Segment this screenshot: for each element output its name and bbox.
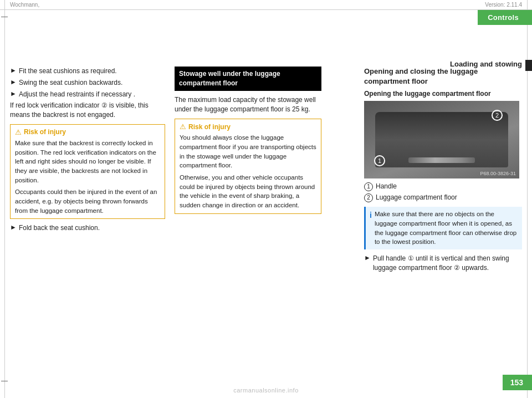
handle-bar-visual xyxy=(408,157,475,163)
fold-arrow: ► xyxy=(10,223,17,231)
legend-num-1: 1 xyxy=(364,182,373,191)
bullet-arrow-2: ► xyxy=(10,78,17,86)
watermark: carmanualsonline.info xyxy=(233,387,299,394)
loading-heading-bar xyxy=(525,60,532,71)
right-sub-heading: Opening the luggage compartment floor xyxy=(364,90,522,98)
legend-text-1: Handle xyxy=(376,182,397,191)
warning-icon-2: ⚠ xyxy=(180,123,186,131)
bullet-arrow-1: ► xyxy=(10,67,17,74)
risk-title-2: ⚠ Risk of injury xyxy=(180,123,316,131)
risk-title-1: ⚠ Risk of injury xyxy=(15,128,160,136)
info-box: i Make sure that there are no objects on… xyxy=(364,207,522,249)
info-text: Make sure that there are no objects on t… xyxy=(375,210,518,247)
bullet-item-2: ► Swing the seat cushion backwards. xyxy=(10,78,165,88)
fold-bullet: ► Fold back the seat cushion. xyxy=(10,223,165,233)
luggage-image: 1 2 P68.00-3826-31 xyxy=(364,101,519,178)
floor-representation xyxy=(375,112,508,167)
left-border-line xyxy=(4,0,5,398)
info-icon: i xyxy=(370,210,372,221)
section-tab: Controls xyxy=(478,10,532,25)
note-text: If red lock verification indicator ② is … xyxy=(10,101,165,120)
bullet-arrow-3: ► xyxy=(10,90,17,98)
stowage-header: Stowage well under the luggage compartme… xyxy=(175,67,321,91)
risk-box-1: ⚠ Risk of injury Make sure that the back… xyxy=(10,124,165,219)
stowage-intro: The maximum load capacity of the stowage… xyxy=(175,95,321,115)
warning-icon-1: ⚠ xyxy=(15,128,22,136)
header-right: Version: 2.11.4 xyxy=(485,2,522,8)
instruction-bullet: ► Pull handle ① until it is vertical and… xyxy=(364,254,522,273)
bullet-text-1: Fit the seat cushions as required. xyxy=(19,67,117,76)
risk-label-1: Risk of injury xyxy=(24,128,66,136)
risk-para-2a: You should always close the luggage comp… xyxy=(180,133,316,170)
fold-text: Fold back the seat cushion. xyxy=(19,223,100,233)
page-number: 153 xyxy=(503,375,532,390)
dash-bottom-left xyxy=(1,381,8,381)
risk-para-1a: Make sure that the backrest is correctly… xyxy=(15,139,160,185)
risk-para-1b: Occupants could then be injured in the e… xyxy=(15,187,160,215)
legend-row-1: 1 Handle xyxy=(364,182,522,191)
risk-label-2: Risk of injury xyxy=(188,123,231,131)
bullet-text-2: Swing the seat cushion backwards. xyxy=(19,78,122,88)
risk-box-2: ⚠ Risk of injury You should always close… xyxy=(175,119,321,213)
bullet-item-3: ► Adjust the head restraints if necessar… xyxy=(10,90,165,99)
legend-num-2: 2 xyxy=(364,193,373,202)
legend-row-2: 2 Luggage compartment floor xyxy=(364,193,522,202)
right-main-heading: Opening and closing the luggage compartm… xyxy=(364,67,522,86)
bullet-text-3: Adjust the head restraints if necessary … xyxy=(19,90,135,99)
legend-text-2: Luggage compartment floor xyxy=(376,193,457,202)
dash-top-left xyxy=(1,17,8,17)
image-code: P68.00-3826-31 xyxy=(480,171,516,176)
left-column: ► Fit the seat cushions as required. ► S… xyxy=(10,67,165,233)
header-bar: Wochmann, Version: 2.11.4 xyxy=(0,0,532,10)
instruction-text: Pull handle ① until it is vertical and t… xyxy=(373,254,522,273)
header-left: Wochmann, xyxy=(10,2,39,8)
risk-para-2b: Otherwise, you and other vehicle occupan… xyxy=(180,173,316,210)
bullet-item-1: ► Fit the seat cushions as required. xyxy=(10,67,165,76)
middle-column: Stowage well under the luggage compartme… xyxy=(175,67,321,218)
instruction-arrow: ► xyxy=(364,254,371,262)
right-column: Opening and closing the luggage compartm… xyxy=(364,67,522,275)
